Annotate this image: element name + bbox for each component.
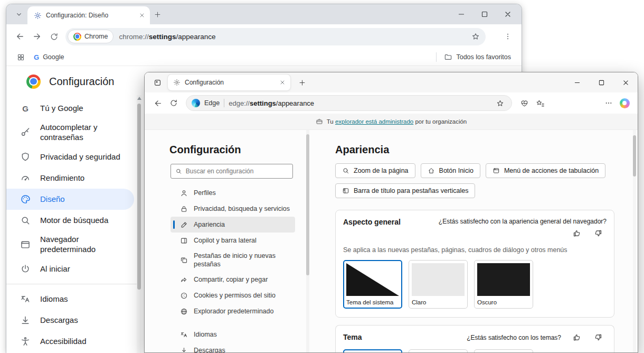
managed-link[interactable]: explorador está administrado: [335, 118, 413, 125]
cookie-icon: [180, 292, 188, 300]
globe-icon: [180, 308, 188, 315]
edge-settings-sidebar: Configuración Perfiles Privacidad, búsqu…: [145, 130, 304, 352]
thumbs-up-button[interactable]: [573, 333, 582, 342]
forward-arrow-icon: [32, 32, 42, 41]
thumbs-up-button[interactable]: [573, 229, 582, 238]
edge-active-tab[interactable]: Configuración: [168, 75, 290, 90]
lock-icon: [180, 205, 188, 213]
chrome-menu-button[interactable]: [499, 28, 516, 45]
settings-search-box[interactable]: [171, 164, 293, 179]
edge-toolbar: Edge edge://settings/appearance: [145, 92, 638, 114]
sidebar-scrollbar[interactable]: [304, 130, 311, 352]
edge-menu-button[interactable]: [601, 95, 617, 111]
sidebar-item-al-iniciar[interactable]: Al iniciar: [6, 258, 134, 280]
sidebar-item-navegador-predeterminado[interactable]: Navegador predeterminado: [6, 231, 134, 258]
download-icon: [180, 347, 188, 353]
all-favorites-button[interactable]: Todos los favoritos: [441, 52, 514, 62]
nav-item-apariencia[interactable]: Apariencia: [171, 217, 295, 233]
edge-address-bar[interactable]: Edge edge://settings/appearance: [186, 95, 512, 111]
nav-item-pestanas-inicio[interactable]: Pestañas de inicio y nuevas pestañas: [171, 248, 295, 272]
tab-close-button[interactable]: [137, 11, 147, 20]
nav-item-idiomas[interactable]: Idiomas: [171, 327, 295, 342]
new-tab-button[interactable]: [295, 75, 309, 90]
sidebar-item-diseno[interactable]: Diseño: [6, 189, 134, 210]
chrome-site-badge[interactable]: Chrome: [68, 30, 113, 43]
tab-close-button[interactable]: [278, 78, 287, 87]
nav-item-cookies[interactable]: Cookies y permisos del sitio: [171, 287, 295, 303]
favorites-hub-button[interactable]: [532, 95, 548, 111]
chrome-address-bar[interactable]: Chrome chrome://settings/appearance: [65, 28, 486, 45]
copilot-button[interactable]: [617, 95, 632, 111]
theme-swatch-1[interactable]: [343, 349, 402, 352]
close-window-button[interactable]: [613, 72, 638, 92]
scroll-up-arrow-icon[interactable]: [137, 97, 141, 100]
nav-item-privacidad[interactable]: Privacidad, búsqueda y servicios: [171, 201, 295, 217]
close-icon: [505, 11, 511, 17]
chrome-tab-strip: Configuración: Diseño: [6, 4, 522, 24]
sidebar-item-autocompletar[interactable]: Autocompletar y contraseñas: [6, 119, 134, 146]
bookmark-google[interactable]: G Google: [31, 52, 67, 62]
sidebar-item-rendimiento[interactable]: Rendimiento: [6, 168, 134, 189]
theme-options: Tema del sistema Claro Oscuro: [343, 260, 607, 309]
sidebar-item-descargas[interactable]: Descargas: [6, 310, 134, 331]
tab-search-button[interactable]: [12, 7, 26, 22]
theme-option-system[interactable]: Tema del sistema: [343, 260, 402, 309]
sidebar-item-accesibilidad[interactable]: Accesibilidad: [6, 331, 134, 352]
thumbs-down-button[interactable]: [593, 229, 602, 238]
url-text: chrome://settings/appearance: [119, 33, 469, 41]
forward-button[interactable]: [29, 28, 45, 45]
nav-item-compartir[interactable]: Compartir, copiar y pegar: [171, 272, 295, 287]
theme-option-dark[interactable]: Oscuro: [474, 260, 533, 309]
back-button[interactable]: [150, 95, 166, 111]
chrome-window-controls: [450, 4, 519, 24]
bookmark-star-button[interactable]: [469, 30, 482, 43]
maximize-button[interactable]: [473, 4, 496, 24]
appearance-settings-main: Apariencia Zoom de la página Botón Inici…: [311, 130, 638, 352]
feedback-question: ¿Estás satisfecho con la apariencia gene…: [439, 218, 607, 225]
sidebar-item-motor-busqueda[interactable]: Motor de búsqueda: [6, 210, 134, 231]
back-button[interactable]: [12, 28, 29, 45]
nav-item-explorador-predeterminado[interactable]: Explorador predeterminado: [171, 303, 295, 319]
home-button-setting[interactable]: Botón Inicio: [421, 163, 480, 178]
scrollbar-thumb[interactable]: [137, 104, 141, 290]
theme-option-light[interactable]: Claro: [409, 260, 468, 309]
main-scrollbar[interactable]: [633, 130, 636, 352]
close-window-button[interactable]: [496, 4, 519, 24]
new-tab-button[interactable]: [150, 7, 165, 22]
chrome-page-scrollbar[interactable]: [137, 95, 141, 353]
page-zoom-button[interactable]: Zoom de la página: [335, 163, 415, 178]
close-icon: [279, 79, 286, 86]
scrollbar-thumb[interactable]: [633, 135, 636, 176]
sidebar-item-idiomas[interactable]: Idiomas: [6, 289, 134, 310]
nav-item-descargas[interactable]: Descargas: [171, 342, 295, 352]
chrome-active-tab[interactable]: Configuración: Diseño: [27, 6, 150, 24]
thumbs-down-button[interactable]: [593, 333, 602, 342]
plus-icon: [298, 79, 306, 87]
url-text: edge://settings/appearance: [229, 99, 489, 107]
sidebar-item-privacidad[interactable]: Privacidad y seguridad: [6, 146, 134, 168]
page-title: Apariencia: [335, 144, 614, 156]
browser-essentials-button[interactable]: [516, 95, 532, 111]
theme-swatch-2[interactable]: [409, 349, 468, 352]
tab-actions-menu-button[interactable]: Menú de acciones de tabulación: [486, 163, 605, 178]
settings-search-input[interactable]: [186, 168, 288, 175]
person-icon: [180, 189, 188, 197]
download-icon: [20, 315, 31, 326]
maximize-button[interactable]: [589, 72, 613, 92]
bookmark-star-button[interactable]: [494, 97, 506, 109]
vertical-tabs-titlebar-button[interactable]: Barra de título para pestañas verticales: [335, 183, 475, 198]
section-title: Aspecto general: [343, 218, 401, 226]
minimize-button[interactable]: [565, 72, 589, 92]
reload-button[interactable]: [166, 95, 182, 111]
workspaces-button[interactable]: [150, 75, 165, 90]
briefcase-icon: [316, 118, 323, 125]
nav-item-copilot-barra-lateral[interactable]: Copilot y barra lateral: [171, 233, 295, 248]
theme-swatch-3[interactable]: [474, 349, 533, 352]
scrollbar-thumb[interactable]: [306, 134, 309, 275]
nav-item-perfiles[interactable]: Perfiles: [171, 185, 295, 201]
minimize-button[interactable]: [450, 4, 473, 24]
apps-grid-button[interactable]: [14, 50, 27, 64]
section-description: Se aplica a las nuevas pestañas, páginas…: [343, 246, 607, 254]
sidebar-item-tu-y-google[interactable]: G Tú y Google: [6, 98, 134, 119]
reload-button[interactable]: [45, 28, 62, 45]
